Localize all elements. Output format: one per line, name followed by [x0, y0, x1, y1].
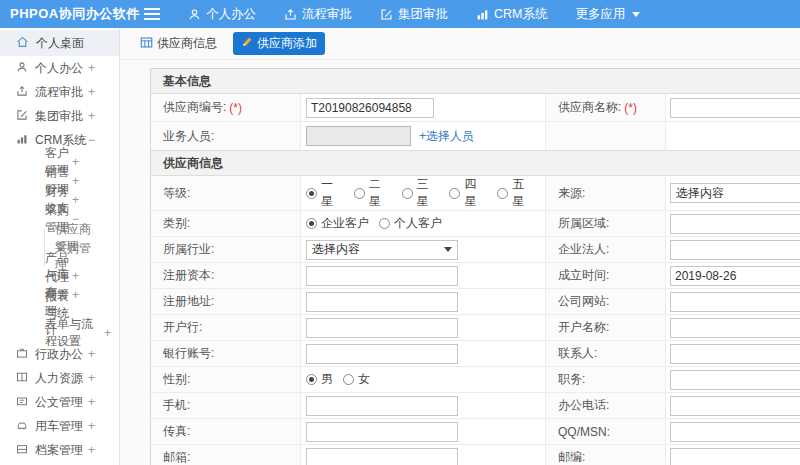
nav-group-approval[interactable]: 集团审批 [366, 0, 462, 28]
radio-level-5[interactable] [497, 188, 508, 199]
office-phone-input[interactable] [670, 396, 800, 416]
radio-level-3[interactable] [402, 188, 413, 199]
expand-icon[interactable]: + [88, 85, 95, 99]
expand-icon[interactable]: + [72, 193, 79, 207]
form-row-staff: 业务人员: +选择人员 [151, 122, 800, 150]
expand-icon[interactable]: + [104, 326, 111, 340]
form-row-mobile-officephone: 手机: 办公电话: [151, 393, 800, 419]
expand-icon[interactable]: + [88, 61, 95, 75]
expand-icon[interactable]: + [72, 174, 79, 188]
collapse-icon[interactable]: − [88, 133, 95, 147]
radio-category-company[interactable] [306, 218, 317, 229]
field-label: 等级: [151, 176, 301, 210]
staff-input[interactable] [306, 126, 411, 146]
field-label: 公司网站: [546, 289, 666, 314]
region-input[interactable] [670, 214, 800, 234]
form-row-category-region: 类别: 企业客户 个人客户 所属区域: [151, 211, 800, 237]
radio-category-personal[interactable] [379, 218, 390, 229]
field-label: 来源: [546, 176, 666, 210]
sidebar-item-personal-desktop[interactable]: 个人桌面 [0, 30, 119, 56]
form-row-supplier-no: 供应商编号:(*) 供应商名称:(*) [151, 94, 800, 122]
process-icon [284, 8, 297, 21]
website-input[interactable] [670, 292, 800, 312]
field-label: QQ/MSN: [546, 419, 666, 444]
supplier-no-input[interactable] [306, 98, 434, 118]
main-content: 供应商信息 供应商添加 基本信息 供应商编号:(*) 供应商 [120, 28, 800, 465]
radio-level-2[interactable] [354, 188, 365, 199]
tab-supplier-add[interactable]: 供应商添加 [233, 32, 325, 55]
industry-select[interactable]: 选择内容 [306, 240, 458, 260]
required-mark: (*) [229, 101, 242, 115]
contact-input[interactable] [670, 344, 800, 364]
expand-icon[interactable]: + [72, 155, 79, 169]
sidebar-item-process-approval[interactable]: 流程审批 + [0, 80, 119, 104]
bank-account-input[interactable] [306, 344, 458, 364]
nav-process-approval[interactable]: 流程审批 [270, 0, 366, 28]
radio-level-4[interactable] [449, 188, 460, 199]
account-name-input[interactable] [670, 318, 800, 338]
radio-level-1[interactable] [306, 188, 317, 199]
section-title-supplier-info: 供应商信息 [151, 151, 800, 176]
sidebar-item-human-resources[interactable]: 人力资源 + [0, 366, 119, 390]
form-row-industry-legal: 所属行业: 选择内容 企业法人: [151, 237, 800, 263]
sidebar-item-archive-management[interactable]: 档案管理 + [0, 438, 119, 462]
zip-input[interactable] [670, 448, 800, 465]
section-title-basic-info: 基本信息 [151, 69, 800, 94]
choose-staff-link[interactable]: +选择人员 [419, 128, 474, 145]
field-label: 注册资本: [151, 263, 301, 288]
nav-more-apps[interactable]: 更多应用 [561, 0, 654, 28]
sidebar-item-group-approval[interactable]: 集团审批 + [0, 104, 119, 128]
sidebar-item-document-management[interactable]: 公文管理 + [0, 390, 119, 414]
sidebar-item-purchasing[interactable]: 采购管理 [0, 247, 119, 266]
field-label: 传真: [151, 419, 301, 444]
sidebar-item-vehicle-management[interactable]: 用车管理 + [0, 414, 119, 438]
field-label: 开户行: [151, 315, 301, 340]
tab-supplier-info[interactable]: 供应商信息 [132, 32, 225, 55]
supplier-name-input[interactable] [670, 98, 800, 118]
nav-crm-system[interactable]: CRM系统 [462, 0, 561, 28]
expand-icon[interactable]: + [88, 109, 95, 123]
founded-date-input[interactable] [670, 266, 800, 286]
gender-radio-group: 男 女 [301, 367, 546, 392]
level-radio-group: 一星 二星 三星 四星 五星 [301, 176, 546, 210]
field-label: 注册地址: [151, 289, 301, 314]
supplier-add-form: 基本信息 供应商编号:(*) 供应商名称:(*) [150, 68, 800, 465]
form-row-capital-founded: 注册资本: 成立时间: [151, 263, 800, 289]
expand-icon[interactable]: + [88, 371, 95, 385]
field-label: 成立时间: [546, 263, 666, 288]
tab-bar: 供应商信息 供应商添加 [120, 28, 800, 60]
field-label: 邮编: [546, 445, 666, 465]
radio-gender-male[interactable] [306, 374, 317, 385]
legal-person-input[interactable] [670, 240, 800, 260]
field-label: 所属行业: [151, 237, 301, 262]
briefcase-icon [16, 347, 28, 362]
expand-icon[interactable]: + [88, 347, 95, 361]
car-icon [16, 419, 28, 434]
pencil-icon [241, 36, 253, 51]
source-select[interactable]: 选择内容 [670, 183, 800, 203]
empty-cell [546, 122, 666, 150]
top-navigation: 个人办公 流程审批 集团审批 CRM系统 更多应用 [174, 0, 654, 28]
mobile-input[interactable] [306, 396, 458, 416]
email-input[interactable] [306, 448, 458, 465]
capital-input[interactable] [306, 266, 458, 286]
field-label: 邮箱: [151, 445, 301, 465]
radio-gender-female[interactable] [343, 374, 354, 385]
expand-icon[interactable]: + [88, 443, 95, 457]
qq-msn-input[interactable] [670, 422, 800, 442]
app-logo: PHPOA协同办公软件 [0, 5, 132, 23]
chart-icon [16, 133, 28, 148]
position-input[interactable] [670, 370, 800, 390]
nav-personal-office[interactable]: 个人办公 [174, 0, 270, 28]
reg-address-input[interactable] [306, 292, 458, 312]
sidebar-item-personal-office[interactable]: 个人办公 + [0, 56, 119, 80]
expand-icon[interactable]: + [88, 419, 95, 433]
field-label: 供应商编号:(*) [151, 94, 301, 121]
menu-toggle-icon[interactable] [144, 5, 160, 23]
expand-icon[interactable]: + [88, 395, 95, 409]
form-row-bankaccount-contact: 银行账号: 联系人: [151, 341, 800, 367]
bank-input[interactable] [306, 318, 458, 338]
fax-input[interactable] [306, 422, 458, 442]
person-icon [188, 8, 201, 21]
sidebar-item-form-flow-settings[interactable]: 表单与流程设置 + [0, 323, 119, 342]
